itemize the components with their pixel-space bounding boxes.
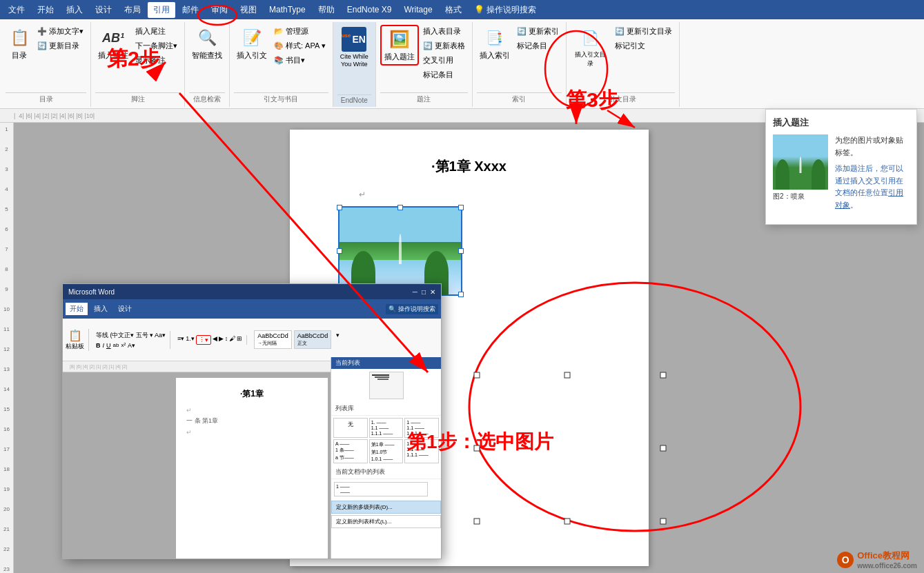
show-notes-button[interactable]: 显示备注 bbox=[132, 54, 180, 67]
handle-mr[interactable] bbox=[458, 248, 464, 254]
sub-search[interactable]: 🔍 操作说明搜索 bbox=[386, 304, 438, 314]
sub-shading[interactable]: 🖌 bbox=[229, 335, 235, 345]
handle-tl[interactable] bbox=[337, 205, 342, 210]
caption-group-label: 题注 bbox=[380, 92, 468, 105]
sub-menu-insert[interactable]: 插入 bbox=[90, 303, 112, 315]
sub-style-normal[interactable]: AaBbCcDd→无间隔 bbox=[254, 330, 292, 349]
sub-font-aa: Aa▾ bbox=[155, 332, 166, 339]
list-panel-header: 当前列表 bbox=[331, 357, 441, 369]
menu-mail[interactable]: 邮件 bbox=[177, 2, 204, 18]
sub-close[interactable]: ✕ bbox=[430, 288, 435, 296]
handle-ml[interactable] bbox=[337, 248, 342, 254]
doc-list-section: 当前文档中的列表 bbox=[331, 465, 441, 479]
menu-start[interactable]: 开始 bbox=[32, 2, 59, 18]
insert-caption-button[interactable]: 🖼️ 插入题注 bbox=[380, 25, 419, 66]
update-table-auth-label: 🔄 更新引文目录 bbox=[615, 26, 672, 37]
handle-br[interactable] bbox=[458, 292, 464, 297]
caption-buttons: 🖼️ 插入题注 插入表目录 🔄 更新表格 交叉引用 标记条目 bbox=[380, 23, 468, 92]
menu-format[interactable]: 格式 bbox=[440, 2, 467, 18]
update-toc-button[interactable]: 🔄 更新目录 bbox=[35, 39, 86, 52]
smart-find-button[interactable]: 🔍 智能查找 bbox=[189, 25, 225, 63]
update-index-button[interactable]: 🔄 更新索引 bbox=[514, 25, 562, 38]
insert-index-button[interactable]: 📑 插入索引 bbox=[477, 25, 513, 63]
menu-layout[interactable]: 布局 bbox=[119, 2, 146, 18]
list-heading1[interactable]: 第1章 ——第1.0节1.0.1 —— bbox=[369, 439, 404, 463]
mark-entry-label: 标记条目 bbox=[517, 41, 547, 51]
sub-minimize[interactable]: ─ bbox=[413, 288, 417, 296]
update-table-button[interactable]: 🔄 更新表格 bbox=[420, 39, 468, 52]
ribbon-group-citations: 📝 插入引文 📂 管理源 🎨 样式: APA ▾ 📚 书目▾ 引 bbox=[230, 22, 333, 107]
sub-superscript[interactable]: x² bbox=[121, 342, 126, 348]
menu-search[interactable]: 💡 操作说明搜索 bbox=[469, 2, 542, 18]
define-new-style-button[interactable]: 定义新的列表样式(L)... bbox=[331, 515, 441, 528]
handle-tm[interactable] bbox=[397, 205, 403, 210]
toc-group-label: 目录 bbox=[6, 92, 86, 105]
sub-font-color[interactable]: A▾ bbox=[128, 342, 135, 349]
sub-menu-start[interactable]: 开始 bbox=[66, 303, 88, 315]
sub-para-group: ≡▾ 1.▾ ⋮▾ ◀ ▶ ↕ 🖌 ⊞ bbox=[173, 335, 247, 345]
sub-multilevel-list[interactable]: ⋮▾ bbox=[196, 335, 211, 345]
cite-while-write-button[interactable]: use EN Cite WhileYou Write bbox=[337, 25, 371, 70]
sub-list-btn[interactable]: ≡▾ bbox=[177, 335, 184, 345]
mark-citation-button[interactable]: 标记引文 bbox=[612, 39, 675, 52]
caption-label: 插入题注 bbox=[384, 52, 415, 62]
next-footnote-button[interactable]: 下一条脚注▾ bbox=[132, 39, 180, 52]
sub-style-noSpace[interactable]: AaBbCcDd正文 bbox=[294, 330, 332, 349]
menu-insert[interactable]: 插入 bbox=[61, 2, 88, 18]
update-table-auth-button[interactable]: 🔄 更新引文目录 bbox=[612, 25, 675, 38]
sub-content: 一 条 第1章 ↵ bbox=[186, 416, 317, 437]
caption-icon: 🖼️ bbox=[389, 28, 411, 50]
insert-footnote-button[interactable]: AB¹ 插入脚注 bbox=[95, 25, 131, 63]
sub-para1: ↵ bbox=[186, 407, 317, 414]
sub-style-expand[interactable]: ▾ bbox=[333, 330, 342, 349]
ribbon-group-toc: 📋 目录 ➕ 添加文字▾ 🔄 更新目录 目录 bbox=[1, 22, 91, 107]
define-new-list-button[interactable]: 定义新的多级列表(D)... bbox=[331, 501, 441, 514]
menu-review[interactable]: 审阅 bbox=[206, 2, 233, 18]
menu-view[interactable]: 视图 bbox=[235, 2, 262, 18]
sub-indent-right[interactable]: ▶ bbox=[219, 335, 224, 345]
menu-mathtype[interactable]: MathType bbox=[264, 3, 311, 17]
sub-font-selector: 等线 (中文正▾ 五号 ▾ Aa▾ bbox=[96, 331, 166, 340]
sub-chapter-title: ·第1章 bbox=[186, 388, 317, 400]
list-none[interactable]: 无 bbox=[333, 418, 368, 438]
menu-design[interactable]: 设计 bbox=[90, 2, 117, 18]
sub-line-space[interactable]: ↕ bbox=[225, 335, 228, 345]
sub-border[interactable]: ⊞ bbox=[237, 335, 242, 345]
sub-paste-button[interactable]: 📋 粘贴板 bbox=[66, 329, 84, 351]
endnote-icon: use EN bbox=[342, 27, 366, 52]
menu-references[interactable]: 引用 bbox=[148, 2, 175, 18]
insert-table-auth-button[interactable]: 📄 插入引文目录 bbox=[571, 25, 611, 70]
cross-reference-button[interactable]: 交叉引用 bbox=[420, 54, 468, 67]
toc-right-col: ➕ 添加文字▾ 🔄 更新目录 bbox=[35, 25, 86, 52]
list-bullet2[interactable]: 1 ——1.1 ——1.1.1 —— bbox=[404, 418, 439, 438]
list-section1[interactable]: 1 ——1.1 ——1.1.1 —— bbox=[404, 439, 439, 463]
tooltip-desc1: 为您的图片或对象贴标签。 bbox=[835, 134, 910, 159]
sub-subscript[interactable]: ab bbox=[113, 342, 119, 348]
add-text-button[interactable]: ➕ 添加文字▾ bbox=[35, 25, 86, 38]
mark-entry-button[interactable]: 标记条目 bbox=[514, 39, 562, 52]
sub-italic[interactable]: I bbox=[103, 342, 105, 349]
menu-file[interactable]: 文件 bbox=[3, 2, 30, 18]
endnote-buttons: use EN Cite WhileYou Write bbox=[337, 23, 371, 94]
insert-endnote-button[interactable]: 插入尾注 bbox=[132, 25, 180, 38]
sub-underline[interactable]: U bbox=[106, 342, 111, 349]
list-alpha1[interactable]: A ——1 条——a 节—— bbox=[333, 439, 368, 463]
insert-citation-button[interactable]: 📝 插入引文 bbox=[234, 25, 270, 63]
menu-writage[interactable]: Writage bbox=[398, 3, 438, 17]
manage-source-button[interactable]: 📂 管理源 bbox=[271, 25, 328, 38]
label-items-button[interactable]: 标记条目 bbox=[420, 68, 468, 81]
handle-tr[interactable] bbox=[458, 205, 464, 210]
sub-indent-left[interactable]: ◀ bbox=[213, 335, 217, 345]
bibliography-button[interactable]: 📚 书目▾ bbox=[271, 54, 328, 67]
insert-table-toc-button[interactable]: 插入表目录 bbox=[420, 25, 468, 38]
list-bullet1[interactable]: 1. ——1.1 ——1.1.1 —— bbox=[369, 418, 404, 438]
sub-bold[interactable]: B bbox=[96, 342, 101, 349]
toc-button[interactable]: 📋 目录 bbox=[6, 25, 33, 63]
sub-menu-design[interactable]: 设计 bbox=[114, 303, 136, 315]
sub-maximize[interactable]: □ bbox=[422, 288, 426, 296]
menu-endnote[interactable]: EndNote X9 bbox=[342, 3, 397, 17]
menu-help[interactable]: 帮助 bbox=[313, 2, 340, 18]
sub-numbered-list[interactable]: 1.▾ bbox=[186, 335, 195, 345]
style-apa-button[interactable]: 🎨 样式: APA ▾ bbox=[271, 39, 328, 52]
selected-image[interactable] bbox=[338, 206, 462, 296]
